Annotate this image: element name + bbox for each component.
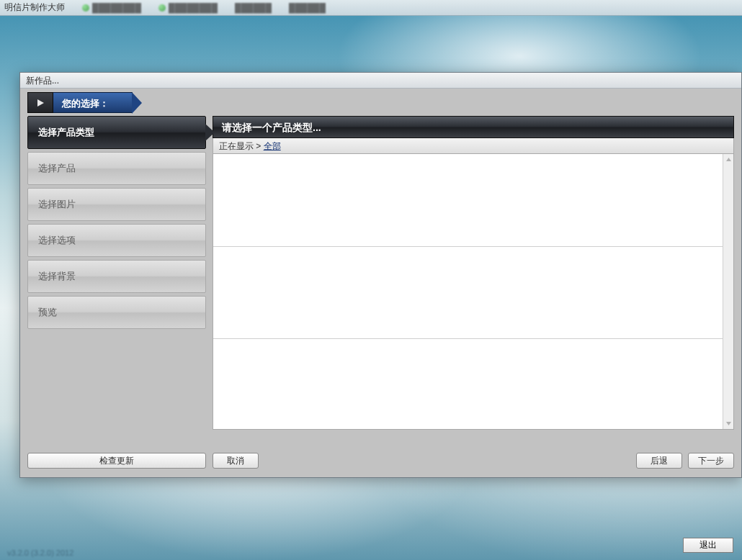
dialog-title: 新作品... [26, 76, 59, 86]
status-dot-icon [82, 4, 89, 12]
content-panel: 请选择一个产品类型... 正在显示 > 全部 [213, 116, 734, 430]
taskbar-item[interactable]: ████████ [82, 3, 141, 13]
play-button[interactable] [27, 92, 53, 113]
desktop: 明信片制作大师 ████████ ████████ ██████ ██████ … [0, 0, 742, 560]
step-sidebar: 选择产品类型 选择产品 选择图片 选择选项 选择背景 预览 [27, 116, 206, 430]
step-images[interactable]: 选择图片 [27, 188, 206, 221]
step-product-type[interactable]: 选择产品类型 [27, 116, 206, 149]
list-separator [213, 338, 723, 339]
main-area: 选择产品类型 选择产品 选择图片 选择选项 选择背景 预览 请选择一个产品类型.… [27, 116, 734, 430]
taskbar-item[interactable]: ██████ [289, 3, 326, 13]
scrollbar[interactable] [723, 154, 733, 429]
chevron-down-icon [726, 422, 731, 425]
chevron-up-icon [726, 158, 731, 161]
breadcrumb-all-link[interactable]: 全部 [264, 141, 281, 151]
choice-row: 您的选择： [27, 92, 734, 113]
scroll-down[interactable] [723, 418, 734, 429]
dialog-titlebar[interactable]: 新作品... [20, 73, 741, 89]
dialog-body: 您的选择： 选择产品类型 选择产品 选择图片 选择选项 选择背景 预览 请选择一… [20, 89, 741, 477]
next-button[interactable]: 下一步 [688, 453, 734, 469]
your-choice-label: 您的选择： [53, 92, 133, 113]
product-type-list[interactable] [213, 154, 734, 430]
back-button[interactable]: 后退 [636, 453, 682, 469]
breadcrumb-bar: 正在显示 > 全部 [213, 138, 734, 154]
cancel-button[interactable]: 取消 [213, 453, 259, 469]
list-separator [213, 246, 723, 247]
step-options[interactable]: 选择选项 [27, 224, 206, 257]
play-icon [36, 99, 45, 107]
step-product[interactable]: 选择产品 [27, 152, 206, 185]
exit-button[interactable]: 退出 [683, 538, 733, 553]
taskbar-app-title: 明信片制作大师 [4, 1, 65, 14]
status-dot-icon [158, 4, 166, 12]
breadcrumb-prefix: 正在显示 > [219, 141, 264, 151]
new-work-dialog: 新作品... 您的选择： 选择产品类型 选择产品 选择图片 选择选项 [19, 72, 742, 478]
version-watermark: v3.2.0 (3.2.0) 2012 [7, 548, 73, 557]
taskbar-item[interactable]: ██████ [235, 3, 272, 13]
content-header: 请选择一个产品类型... [213, 116, 734, 138]
scroll-up[interactable] [723, 154, 734, 165]
step-preview[interactable]: 预览 [27, 296, 206, 329]
dialog-footer: 检查更新 取消 后退 下一步 [27, 453, 734, 470]
step-background[interactable]: 选择背景 [27, 260, 206, 293]
taskbar-item[interactable]: ████████ [158, 3, 218, 13]
svg-marker-2 [726, 422, 731, 425]
taskbar: 明信片制作大师 ████████ ████████ ██████ ██████ [0, 0, 742, 16]
svg-marker-0 [37, 99, 44, 107]
check-update-button[interactable]: 检查更新 [27, 453, 206, 469]
svg-marker-1 [726, 158, 731, 161]
